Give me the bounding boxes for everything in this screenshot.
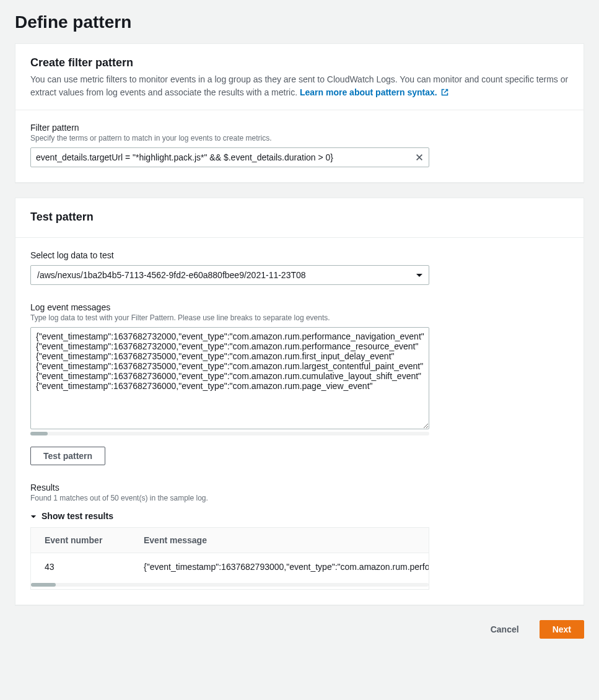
log-messages-label: Log event messages (30, 302, 569, 312)
create-filter-body: Filter pattern Specify the terms or patt… (15, 110, 584, 182)
learn-more-label: Learn more about pattern syntax. (300, 87, 437, 97)
textarea-scrollbar[interactable] (30, 432, 429, 435)
cell-event-number: 43 (31, 553, 130, 581)
external-link-icon (441, 87, 448, 100)
table-row: 43 {"event_timestamp":1637682793000,"eve… (31, 553, 429, 581)
next-button[interactable]: Next (540, 620, 584, 639)
results-hint: Found 1 matches out of 50 event(s) in th… (30, 494, 569, 502)
page-title: Define pattern (15, 12, 584, 32)
textarea-scrollbar-thumb[interactable] (30, 432, 48, 435)
learn-more-link[interactable]: Learn more about pattern syntax. (300, 87, 448, 97)
create-filter-heading: Create filter pattern (30, 56, 569, 69)
caret-down-icon (30, 511, 37, 521)
log-messages-hint: Type log data to test with your Filter P… (30, 313, 569, 322)
test-pattern-heading: Test pattern (30, 211, 569, 224)
show-results-label: Show test results (42, 511, 113, 521)
show-results-toggle[interactable]: Show test results (30, 507, 569, 527)
col-event-message: Event message (130, 528, 429, 553)
results-label: Results (30, 483, 569, 492)
log-data-select[interactable]: /aws/nexus/1ba2b4b5-7113-4562-9fd2-e60a8… (30, 265, 429, 285)
cell-event-message: {"event_timestamp":1637682793000,"event_… (130, 553, 429, 581)
footer-actions: Cancel Next (15, 620, 584, 639)
col-event-number: Event number (31, 528, 130, 553)
table-scrollbar-thumb[interactable] (31, 583, 56, 587)
test-pattern-button[interactable]: Test pattern (30, 447, 105, 465)
table-scrollbar[interactable] (31, 583, 429, 587)
filter-pattern-hint: Specify the terms or pattern to match in… (30, 134, 569, 142)
test-pattern-header: Test pattern (15, 198, 584, 238)
test-pattern-body: Select log data to test /aws/nexus/1ba2b… (15, 238, 584, 605)
filter-pattern-label: Filter pattern (30, 123, 569, 133)
select-log-label: Select log data to test (30, 250, 569, 260)
log-data-select-value: /aws/nexus/1ba2b4b5-7113-4562-9fd2-e60a8… (37, 270, 306, 280)
filter-pattern-input[interactable] (30, 147, 429, 167)
results-table-wrap: Event number Event message 43 {"event_ti… (30, 527, 429, 590)
cancel-button[interactable]: Cancel (478, 620, 532, 639)
create-filter-description: You can use metric filters to monitor ev… (30, 73, 569, 100)
create-filter-header: Create filter pattern You can use metric… (15, 44, 584, 110)
results-table: Event number Event message 43 {"event_ti… (31, 528, 429, 580)
log-messages-textarea[interactable] (30, 327, 429, 429)
clear-input-icon[interactable] (413, 151, 426, 164)
create-filter-panel: Create filter pattern You can use metric… (15, 43, 584, 183)
test-pattern-panel: Test pattern Select log data to test /aw… (15, 198, 584, 605)
